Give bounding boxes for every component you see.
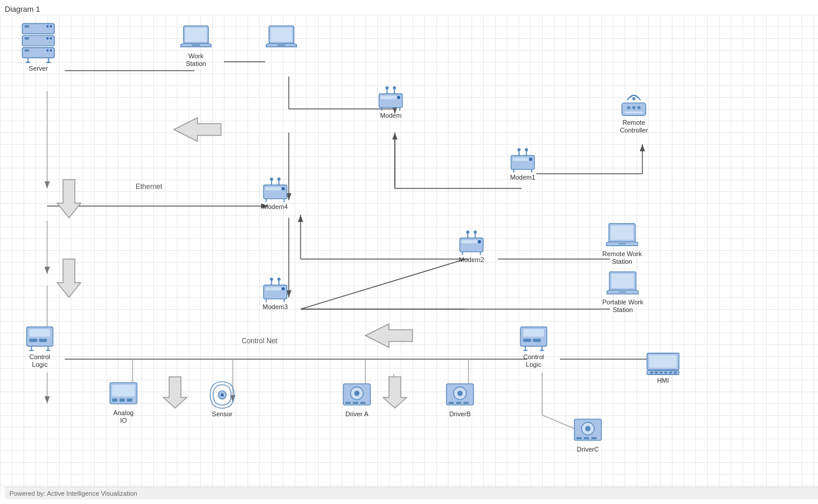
footer-text: Powered by: Active Intelligence Visualiz… (5, 487, 818, 499)
hmi-node[interactable]: HMI (645, 352, 681, 384)
modem-label: Modem (380, 112, 402, 120)
modem4-icon (260, 175, 290, 202)
svg-point-90 (270, 178, 273, 181)
driver-b-node[interactable]: DriverB (444, 383, 476, 418)
svg-point-76 (525, 148, 528, 151)
hmi-label: HMI (657, 377, 669, 384)
svg-rect-149 (127, 399, 132, 402)
svg-rect-146 (112, 384, 135, 396)
analog-io-label: Analog IO (113, 409, 133, 425)
svg-rect-87 (263, 185, 287, 198)
svg-rect-141 (659, 372, 662, 374)
svg-rect-49 (22, 48, 54, 58)
svg-rect-123 (39, 339, 47, 341)
remote-controller-label: Remote Controller (620, 119, 648, 134)
svg-rect-144 (674, 372, 677, 374)
remote-ws-node[interactable]: Remote Work Station (602, 223, 642, 266)
driver-c-icon (572, 418, 604, 445)
svg-rect-77 (513, 158, 529, 161)
sensor-node[interactable]: Sensor (207, 380, 237, 418)
ethernet-label: Ethernet (136, 183, 162, 191)
svg-rect-129 (523, 329, 544, 337)
modem4-label: Modem4 (263, 203, 288, 211)
modem-node[interactable]: Modem (376, 84, 405, 120)
sensor-label: Sensor (212, 410, 233, 418)
svg-rect-140 (655, 372, 658, 374)
server-node[interactable]: Server (21, 22, 56, 72)
svg-point-102 (478, 240, 481, 243)
svg-rect-156 (353, 402, 358, 404)
svg-rect-72 (511, 155, 535, 169)
svg-rect-63 (379, 94, 403, 107)
svg-rect-161 (448, 402, 454, 404)
svg-rect-163 (463, 402, 469, 404)
driver-a-icon (341, 383, 373, 409)
modem3-node[interactable]: Modem3 (260, 276, 290, 311)
control-logic-right-icon (517, 323, 550, 352)
driver-b-label: DriverB (449, 410, 471, 418)
svg-rect-101 (461, 240, 477, 243)
svg-rect-139 (650, 372, 653, 374)
svg-rect-168 (584, 437, 589, 439)
workstation-label: Work Station (186, 52, 206, 68)
svg-point-112 (278, 278, 281, 281)
control-logic-left-label: Control Logic (29, 353, 50, 369)
svg-rect-92 (265, 187, 281, 190)
svg-rect-121 (29, 329, 50, 337)
modem2-label: Modem2 (459, 256, 484, 264)
workstation-node[interactable]: Work Station (180, 25, 212, 68)
svg-point-48 (50, 37, 52, 39)
modem1-label: Modem1 (510, 174, 536, 181)
svg-rect-62 (277, 45, 285, 46)
remote-controller-node[interactable]: Remote Controller (618, 91, 650, 134)
svg-rect-131 (533, 339, 541, 341)
svg-point-151 (220, 393, 223, 396)
modem4-node[interactable]: Modem4 (260, 175, 290, 211)
svg-rect-147 (112, 399, 117, 402)
svg-rect-157 (360, 402, 365, 404)
svg-point-51 (47, 49, 49, 52)
modem1-node[interactable]: Modem1 (508, 146, 537, 181)
svg-point-154 (354, 391, 359, 396)
control-logic-left-node[interactable]: Control Logic (24, 323, 56, 369)
control-logic-right-label: Control Logic (523, 353, 544, 369)
server-label: Server (29, 65, 48, 72)
portable-ws-icon (606, 271, 639, 297)
svg-point-93 (282, 187, 285, 190)
svg-point-75 (517, 148, 520, 151)
svg-rect-142 (664, 372, 667, 374)
control-logic-right-node[interactable]: Control Logic (517, 323, 550, 369)
modem2-node[interactable]: Modem2 (457, 228, 486, 264)
remote-controller-icon (618, 91, 650, 118)
control-logic-left-icon (24, 323, 56, 352)
svg-rect-122 (29, 339, 38, 341)
svg-rect-162 (456, 402, 461, 404)
svg-rect-137 (649, 355, 677, 367)
portable-ws-node[interactable]: Portable Work Station (602, 271, 644, 314)
svg-rect-46 (25, 37, 29, 39)
modem3-icon (260, 276, 290, 302)
svg-rect-68 (381, 96, 397, 99)
svg-rect-118 (612, 274, 634, 289)
svg-rect-143 (669, 372, 672, 374)
svg-rect-107 (618, 243, 625, 244)
driver-c-node[interactable]: DriverC (572, 418, 604, 453)
svg-rect-58 (185, 28, 207, 42)
workstation2-icon (265, 25, 298, 51)
analog-io-node[interactable]: Analog IO (107, 382, 140, 425)
svg-point-69 (397, 96, 400, 99)
svg-rect-96 (460, 238, 483, 251)
svg-rect-167 (576, 437, 582, 439)
svg-rect-169 (591, 437, 596, 439)
svg-point-111 (270, 278, 273, 281)
modem2-icon (457, 228, 486, 255)
server-icon (21, 22, 56, 64)
driver-b-icon (444, 383, 476, 409)
svg-point-43 (47, 25, 49, 28)
svg-point-47 (47, 37, 49, 39)
driver-a-node[interactable]: Driver A (341, 383, 373, 418)
svg-rect-61 (271, 28, 292, 42)
workstation2-node[interactable] (265, 25, 298, 51)
svg-point-91 (278, 178, 281, 181)
svg-rect-155 (345, 402, 351, 404)
